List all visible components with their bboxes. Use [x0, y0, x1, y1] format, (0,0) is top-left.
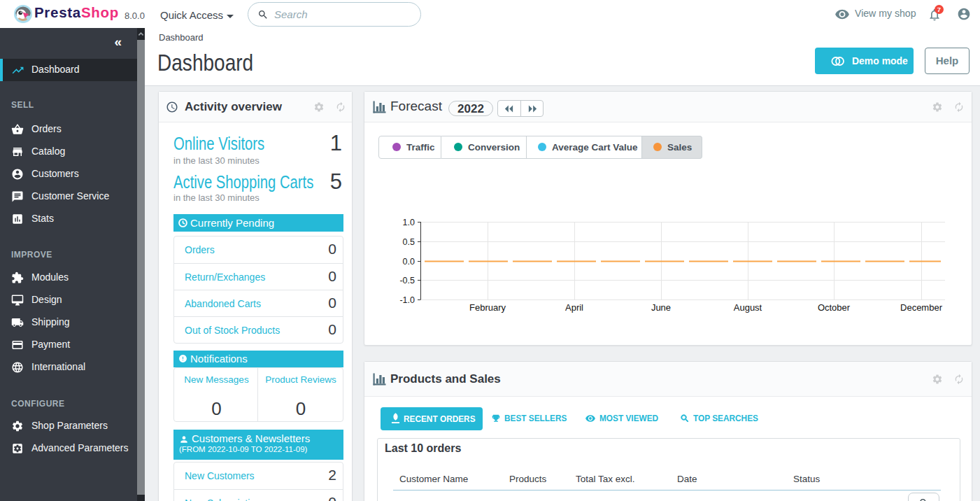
svg-text:October: October [818, 302, 851, 313]
svg-text:0.0: 0.0 [403, 257, 415, 267]
svg-text:-1.0: -1.0 [399, 295, 415, 305]
svg-text:June: June [651, 302, 671, 313]
svg-text:0.5: 0.5 [403, 237, 415, 247]
svg-text:-0.5: -0.5 [399, 276, 415, 285]
svg-text:April: April [565, 302, 583, 313]
svg-text:1.0: 1.0 [403, 218, 415, 227]
svg-text:December: December [900, 302, 943, 313]
svg-text:February: February [469, 302, 506, 313]
svg-text:August: August [734, 302, 762, 313]
